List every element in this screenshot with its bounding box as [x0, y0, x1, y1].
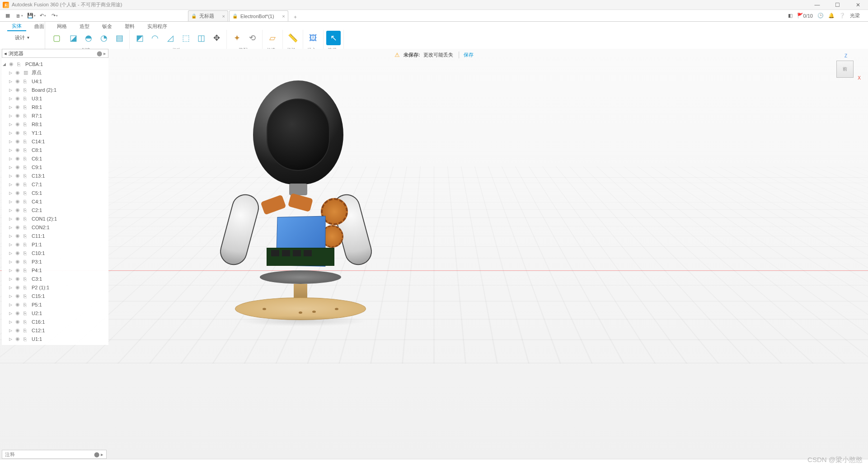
tab-close-icon[interactable]: × [282, 14, 285, 19]
tree-item[interactable]: ▷◉⎘R8:1 [3, 120, 108, 128]
arrow-right-icon[interactable]: ▷ [9, 302, 14, 307]
visibility-icon[interactable]: ◉ [15, 95, 22, 101]
insert-icon[interactable]: 🖼 [306, 31, 320, 45]
joint-icon[interactable]: ✦ [230, 31, 244, 45]
shell-icon[interactable]: ⬚ [178, 31, 193, 45]
document-tab-electronbot[interactable]: 🔒 ElectronBot*(1) × [229, 10, 288, 21]
ribbon-tab-form[interactable]: 造型 [75, 22, 94, 31]
visibility-icon[interactable]: ◉ [15, 259, 22, 264]
tree-item[interactable]: ▷◉⎘C5:1 [3, 189, 108, 197]
visibility-icon[interactable]: ◉ [15, 121, 22, 127]
presspull-icon[interactable]: ◩ [132, 31, 147, 45]
tree-item[interactable]: ▷◉⎘C6:1 [3, 154, 108, 163]
save-icon[interactable]: 💾 [26, 11, 36, 21]
tree-item[interactable]: ▷◉⎘C15:1 [3, 292, 108, 300]
arrow-right-icon[interactable]: ▷ [9, 320, 14, 324]
arrow-right-icon[interactable]: ▷ [9, 234, 14, 238]
measure-icon[interactable]: 📏 [286, 31, 300, 45]
visibility-icon[interactable]: ◉ [15, 293, 22, 299]
new-tab-button[interactable]: ＋ [291, 12, 300, 21]
model-root[interactable] [221, 80, 380, 361]
visibility-icon[interactable]: ◉ [15, 113, 22, 118]
chamfer-icon[interactable]: ◿ [163, 31, 178, 45]
tree-item[interactable]: ▷◉⎘CON2:1 [3, 223, 108, 231]
arrow-right-icon[interactable]: ▷ [9, 277, 14, 281]
visibility-icon[interactable]: ◉ [15, 70, 22, 75]
ribbon-tab-utilities[interactable]: 实用程序 [143, 22, 172, 31]
viewport[interactable] [0, 49, 868, 459]
ribbon-tab-sheetmetal[interactable]: 钣金 [98, 22, 117, 31]
arrow-right-icon[interactable]: ▷ [9, 285, 14, 290]
clock-icon[interactable]: 🕒 [817, 13, 824, 19]
tree-item[interactable]: ▷◉⎘Board (2):1 [3, 85, 108, 94]
ribbon-tab-plastic[interactable]: 塑料 [120, 22, 139, 31]
tree-item[interactable]: ▷◉⎘U2:1 [3, 309, 108, 317]
arrow-right-icon[interactable]: ▷ [9, 156, 14, 161]
tree-item[interactable]: ▷◉⎘P2 (1):1 [3, 283, 108, 292]
visibility-icon[interactable]: ◉ [15, 164, 22, 170]
visibility-icon[interactable]: ◉ [15, 216, 22, 222]
panel-settings-icon[interactable]: ⬤ ▸ [94, 452, 103, 458]
arrow-right-icon[interactable]: ▷ [9, 131, 14, 135]
arrow-down-icon[interactable]: ◢ [3, 62, 7, 66]
tree-item[interactable]: ▷◉⎘C3:1 [3, 274, 108, 283]
comments-panel-header[interactable]: 注释 ⬤ ▸ [2, 450, 107, 459]
arrow-right-icon[interactable]: ▷ [9, 328, 14, 333]
sweep-icon[interactable]: ◔ [97, 31, 111, 45]
loft-icon[interactable]: ▤ [112, 31, 127, 45]
tree-item[interactable]: ▷◉⎘C8:1 [3, 146, 108, 154]
expand-icon[interactable]: ◂ [4, 51, 7, 57]
visibility-icon[interactable]: ◉ [15, 156, 22, 161]
tree-item[interactable]: ▷◉⎘C10:1 [3, 249, 108, 257]
visibility-icon[interactable]: ◉ [15, 327, 22, 333]
fillet-icon[interactable]: ◠ [148, 31, 162, 45]
arrow-right-icon[interactable]: ▷ [9, 88, 14, 92]
arrow-right-icon[interactable]: ▷ [9, 174, 14, 178]
save-link[interactable]: 保存 [459, 52, 474, 58]
robot-arm-left[interactable] [217, 191, 262, 268]
plane-icon[interactable]: ▱ [265, 31, 280, 45]
visibility-icon[interactable]: ◉ [15, 284, 22, 290]
arrow-right-icon[interactable]: ▷ [9, 148, 14, 152]
visibility-icon[interactable]: ◉ [15, 181, 22, 187]
extrude-icon[interactable]: ◪ [66, 31, 80, 45]
visibility-icon[interactable]: ◉ [15, 267, 22, 273]
job-status[interactable]: 🚩 0/10 [797, 13, 813, 19]
arrow-right-icon[interactable]: ▷ [9, 294, 14, 298]
help-icon[interactable]: ❔ [839, 13, 845, 19]
arrow-right-icon[interactable]: ▷ [9, 259, 14, 264]
tree-item[interactable]: ▷◉▥原点 [3, 68, 108, 77]
minimize-button[interactable]: — [807, 0, 827, 10]
visibility-icon[interactable]: ◉ [15, 302, 22, 307]
visibility-icon[interactable]: ◉ [15, 78, 22, 84]
file-menu-icon[interactable]: 🗎 [14, 11, 24, 21]
select-icon[interactable]: ↖ [326, 31, 341, 45]
arrow-right-icon[interactable]: ▷ [9, 251, 14, 255]
tree-item[interactable]: ▷◉⎘C16:1 [3, 317, 108, 326]
tree-item[interactable]: ▷◉⎘R8:1 [3, 103, 108, 111]
arrow-right-icon[interactable]: ▷ [9, 113, 14, 118]
tree-root[interactable]: ◢ ◉ ⎘ PCBA:1 [3, 60, 108, 68]
extensions-icon[interactable]: ◧ [788, 13, 793, 19]
visibility-icon[interactable]: ◉ [15, 241, 22, 247]
undo-icon[interactable]: ↶ [38, 11, 48, 21]
tree-item[interactable]: ▷◉⎘U1:1 [3, 335, 108, 343]
visibility-icon[interactable]: ◉ [15, 87, 22, 93]
tab-close-icon[interactable]: × [222, 14, 225, 19]
visibility-icon[interactable]: ◉ [15, 336, 22, 342]
tree-item[interactable]: ▷◉⎘P4:1 [3, 266, 108, 274]
arrow-right-icon[interactable]: ▷ [9, 139, 14, 144]
base-plate[interactable] [260, 270, 341, 284]
tree-item[interactable]: ▷◉⎘R7:1 [3, 111, 108, 120]
visibility-icon[interactable]: ◉ [15, 173, 22, 179]
visibility-icon[interactable]: ◉ [15, 233, 22, 239]
arrow-right-icon[interactable]: ▷ [9, 225, 14, 230]
visibility-icon[interactable]: ◉ [15, 319, 22, 325]
maximize-button[interactable]: ☐ [827, 0, 848, 10]
visibility-icon[interactable]: ◉ [15, 138, 22, 144]
arrow-right-icon[interactable]: ▷ [9, 217, 14, 221]
visibility-icon[interactable]: ◉ [15, 310, 22, 316]
tree-item[interactable]: ▷◉⎘Y1:1 [3, 128, 108, 137]
visibility-icon[interactable]: ◉ [15, 190, 22, 196]
arrow-right-icon[interactable]: ▷ [9, 182, 14, 187]
